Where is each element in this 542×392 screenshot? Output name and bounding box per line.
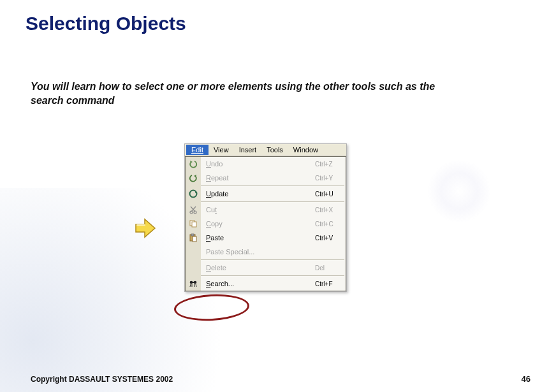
shortcut-copy: Ctrl+C	[315, 221, 346, 228]
menu-item-paste-special[interactable]: Paste Special...	[186, 245, 346, 259]
shortcut-delete: Del	[315, 265, 346, 272]
svg-rect-6	[191, 234, 194, 236]
menu-item-undo[interactable]: Undo Ctrl+Z	[186, 157, 346, 171]
menubar-view[interactable]: View	[209, 145, 234, 155]
menu-item-search[interactable]: Search... Ctrl+F	[186, 277, 346, 291]
update-icon	[186, 187, 201, 201]
search-icon	[186, 277, 201, 291]
menu-item-copy[interactable]: Copy Ctrl+C	[186, 217, 346, 231]
highlight-circle	[173, 293, 250, 323]
shortcut-repeat: Ctrl+Y	[315, 175, 346, 182]
repeat-icon	[186, 171, 201, 185]
svg-point-9	[194, 281, 197, 284]
menubar-insert[interactable]: Insert	[234, 145, 262, 155]
arrow-icon	[131, 214, 159, 242]
background-glow-2	[427, 159, 491, 223]
svg-rect-7	[193, 236, 196, 242]
cut-icon	[186, 203, 201, 217]
shortcut-undo: Ctrl+Z	[315, 161, 346, 168]
dropdown: Undo Ctrl+Z Repeat Ctrl+Y Update Ctrl+U …	[185, 156, 346, 291]
shortcut-search: Ctrl+F	[315, 280, 346, 287]
blank-icon	[186, 245, 201, 259]
shortcut-update: Ctrl+U	[315, 191, 346, 198]
menubar-tools[interactable]: Tools	[261, 145, 288, 155]
shortcut-cut: Ctrl+X	[315, 207, 346, 214]
page-title: Selecting Objects	[26, 13, 186, 34]
svg-rect-4	[192, 222, 196, 227]
page-number: 46	[522, 374, 531, 384]
menu-item-repeat[interactable]: Repeat Ctrl+Y	[186, 171, 346, 185]
blank-icon	[186, 261, 201, 275]
undo-icon	[186, 157, 201, 171]
menubar: Edit View Insert Tools Window	[185, 144, 346, 156]
copyright: Copyright DASSAULT SYSTEMES 2002	[31, 375, 173, 384]
menubar-window[interactable]: Window	[288, 145, 323, 155]
edit-menu: Edit View Insert Tools Window Undo Ctrl+…	[184, 143, 347, 292]
svg-point-8	[190, 281, 193, 284]
menu-item-delete[interactable]: Delete Del	[186, 261, 346, 275]
paste-icon	[186, 231, 201, 245]
shortcut-paste: Ctrl+V	[315, 235, 346, 242]
copy-icon	[186, 217, 201, 231]
menubar-edit[interactable]: Edit	[186, 145, 209, 155]
page-subtitle: You will learn how to select one or more…	[31, 80, 439, 107]
menu-item-cut[interactable]: Cut Ctrl+X	[186, 203, 346, 217]
menu-item-paste[interactable]: Paste Ctrl+V	[186, 231, 346, 245]
menu-item-update[interactable]: Update Ctrl+U	[186, 187, 346, 201]
svg-rect-10	[193, 282, 194, 283]
